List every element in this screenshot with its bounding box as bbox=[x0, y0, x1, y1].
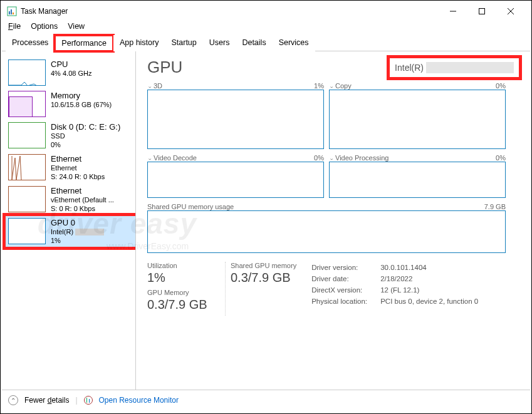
eth1-l1: Ethernet bbox=[51, 163, 105, 172]
gpu-memory-label: GPU Memory bbox=[147, 289, 210, 296]
eth1-l2: S: 24.0 R: 0 Kbps bbox=[51, 172, 105, 181]
svg-rect-3 bbox=[13, 13, 14, 14]
menu-options[interactable]: Options bbox=[31, 22, 58, 31]
gpu-device-name: Intel(R) bbox=[390, 58, 519, 77]
cpu-stat: 4% 4.08 GHz bbox=[51, 69, 91, 78]
chart-shared-label: Shared GPU memory usage bbox=[147, 203, 234, 210]
sidebar-gpu0[interactable]: GPU 0Intel(R)1% bbox=[6, 216, 135, 247]
tab-bar: Processes Performance App history Startu… bbox=[2, 34, 530, 51]
disk-thumb-icon bbox=[8, 122, 46, 148]
tab-app-history[interactable]: App history bbox=[113, 35, 165, 51]
chart-video-decode[interactable] bbox=[147, 162, 324, 198]
shared-mem-value: 0.3/7.9 GB bbox=[231, 271, 296, 285]
gpu-l1: Intel(R) bbox=[51, 227, 73, 236]
chart-copy-label[interactable]: Copy bbox=[335, 82, 352, 90]
main-title: GPU bbox=[147, 58, 182, 77]
chart-vdec-label[interactable]: Video Decode bbox=[154, 154, 197, 162]
svg-rect-5 bbox=[479, 9, 485, 14]
chart-3d-label[interactable]: 3D bbox=[154, 82, 162, 90]
sidebar-cpu[interactable]: CPU4% 4.08 GHz bbox=[6, 58, 135, 88]
pl-v: PCI bus 0, device 2, function 0 bbox=[380, 298, 478, 305]
chart-shared-memory[interactable] bbox=[147, 210, 506, 253]
chart-3d[interactable] bbox=[147, 90, 324, 149]
tab-details[interactable]: Details bbox=[236, 35, 272, 51]
sidebar-disk0[interactable]: Disk 0 (D: C: E: G:)SSD0% bbox=[6, 120, 135, 151]
performance-main: GPU Intel(R) ⌄3D1% ⌄Copy0% ⌄Video Decode… bbox=[136, 51, 530, 390]
dx-v: 12 (FL 12.1) bbox=[380, 286, 419, 294]
chart-shared-max: 7.9 GB bbox=[484, 203, 506, 210]
chart-copy-pct: 0% bbox=[496, 82, 506, 90]
memory-stat: 10.6/15.8 GB (67%) bbox=[51, 100, 112, 109]
menubar: File Options View bbox=[2, 21, 530, 34]
gpu-memory-value: 0.3/7.9 GB bbox=[147, 298, 210, 312]
task-manager-icon bbox=[7, 6, 17, 16]
sidebar-memory[interactable]: Memory10.6/15.8 GB (67%) bbox=[6, 89, 135, 119]
dd-l: Driver date: bbox=[311, 273, 380, 284]
chart-copy[interactable] bbox=[329, 90, 506, 149]
memory-name: Memory bbox=[51, 91, 112, 100]
cpu-thumb-icon bbox=[8, 60, 46, 86]
svg-rect-2 bbox=[11, 9, 12, 14]
drv-v: 30.0.101.1404 bbox=[380, 264, 427, 271]
device-prefix: Intel(R) bbox=[395, 63, 424, 73]
utilization-label: Utilization bbox=[147, 262, 210, 269]
drv-l: Driver version: bbox=[311, 262, 380, 273]
disk-name: Disk 0 (D: C: E: G:) bbox=[51, 123, 120, 132]
dx-l: DirectX version: bbox=[311, 284, 380, 296]
shared-mem-label: Shared GPU memory bbox=[231, 262, 296, 269]
titlebar: Task Manager bbox=[2, 2, 530, 21]
footer: ⌃ Fewer details | Open Resource Monitor bbox=[2, 390, 530, 410]
tab-performance[interactable]: Performance bbox=[55, 35, 113, 51]
chart-3d-pct: 1% bbox=[314, 82, 324, 90]
open-resource-monitor-link[interactable]: Open Resource Monitor bbox=[99, 396, 179, 405]
eth1-name: Ethernet bbox=[51, 155, 105, 163]
chart-vproc-label[interactable]: Video Processing bbox=[335, 154, 389, 162]
dd-v: 2/18/2022 bbox=[380, 275, 412, 282]
memory-thumb-icon bbox=[8, 91, 46, 117]
window-title: Task Manager bbox=[21, 7, 439, 16]
utilization-value: 1% bbox=[147, 271, 210, 285]
eth2-l1: vEthernet (Default ... bbox=[51, 195, 114, 204]
maximize-button[interactable] bbox=[467, 2, 496, 21]
eth2-l2: S: 0 R: 0 Kbps bbox=[51, 204, 114, 213]
tab-services[interactable]: Services bbox=[273, 35, 315, 51]
eth2-name: Ethernet bbox=[51, 187, 114, 195]
device-redacted bbox=[426, 62, 514, 73]
ethernet-thumb-icon bbox=[8, 154, 46, 180]
chart-vdec-pct: 0% bbox=[314, 154, 324, 162]
fewer-details-link[interactable]: Fewer details bbox=[24, 396, 69, 405]
tab-users[interactable]: Users bbox=[203, 35, 236, 51]
gpu-l2: 1% bbox=[51, 236, 104, 245]
ethernet2-thumb-icon bbox=[8, 186, 46, 212]
tab-startup[interactable]: Startup bbox=[165, 35, 202, 51]
gpu-name: GPU 0 bbox=[51, 219, 104, 227]
tab-processes[interactable]: Processes bbox=[6, 35, 55, 51]
menu-view[interactable]: View bbox=[68, 22, 85, 31]
performance-sidebar: CPU4% 4.08 GHz Memory10.6/15.8 GB (67%) … bbox=[2, 51, 136, 390]
disk-l2: 0% bbox=[51, 140, 120, 149]
pl-l: Physical location: bbox=[311, 296, 380, 307]
gpu-thumb-icon bbox=[8, 218, 46, 244]
sidebar-ethernet-2[interactable]: EthernetvEthernet (Default ...S: 0 R: 0 … bbox=[6, 184, 135, 215]
fewer-details-chevron-icon[interactable]: ⌃ bbox=[8, 395, 18, 405]
close-button[interactable] bbox=[496, 2, 525, 21]
sidebar-ethernet-1[interactable]: EthernetEthernetS: 24.0 R: 0 Kbps bbox=[6, 152, 135, 183]
disk-l1: SSD bbox=[51, 132, 120, 140]
menu-file[interactable]: File bbox=[8, 22, 21, 31]
minimize-button[interactable] bbox=[439, 2, 467, 21]
svg-rect-1 bbox=[9, 11, 10, 14]
chart-video-processing[interactable] bbox=[329, 162, 506, 198]
cpu-name: CPU bbox=[51, 60, 91, 69]
chart-vproc-pct: 0% bbox=[496, 154, 506, 162]
resource-monitor-icon bbox=[84, 396, 93, 405]
